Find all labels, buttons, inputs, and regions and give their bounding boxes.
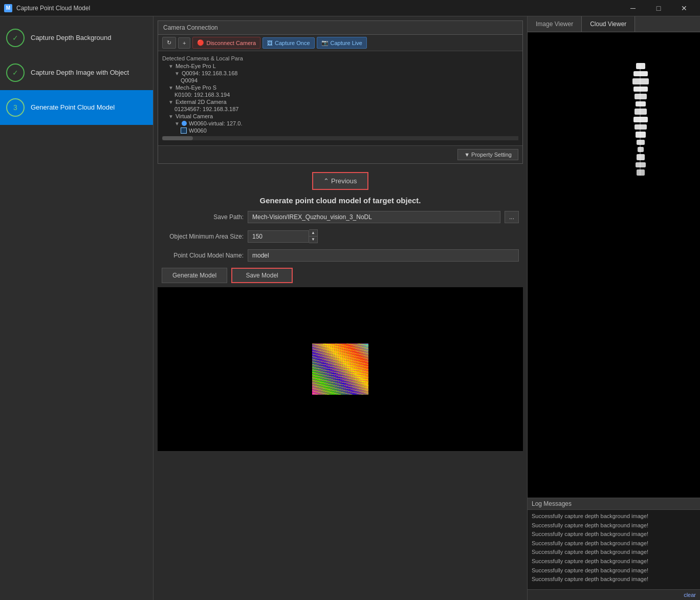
tree-item-q0094-ip[interactable]: ▼ Q0094: 192.168.3.168 — [162, 70, 518, 77]
viewer-panel: Image Viewer Cloud Viewer — [527, 16, 700, 600]
sidebar-icon-1: ✓ — [6, 29, 25, 47]
log-footer: clear — [528, 589, 700, 600]
action-buttons: Generate Model Save Model — [162, 268, 519, 283]
tree-item-external-2d-camera[interactable]: ▼ External 2D Camera — [162, 98, 518, 105]
clear-log-button[interactable]: clear — [684, 592, 696, 598]
log-message: Successfully capture depth background im… — [532, 557, 696, 566]
viewer-content — [528, 32, 700, 498]
camera-connection-panel: Camera Connection ↻ + 🔴 Disconnect Camer… — [158, 20, 523, 164]
minimize-button[interactable]: ─ — [621, 0, 645, 16]
save-path-input[interactable] — [248, 211, 500, 223]
close-button[interactable]: ✕ — [672, 0, 696, 16]
capture-once-label: Capture Once — [275, 40, 310, 46]
capture-once-button[interactable]: 🖼 Capture Once — [262, 37, 314, 49]
capture-live-icon: 📷 — [321, 39, 329, 46]
tree-item-mech-eye-pro-s[interactable]: ▼ Mech-Eye Pro S — [162, 84, 518, 91]
titlebar: M Capture Point Cloud Model ─ □ ✕ — [0, 0, 700, 16]
tree-item-w0060[interactable]: W0060 — [162, 127, 518, 134]
spinbox-arrows: ▲ ▼ — [309, 229, 318, 243]
tree-item-label: Mech-Eye Pro S — [176, 84, 216, 91]
camera-toolbar: ↻ + 🔴 Disconnect Camera 🖼 Capture Once — [158, 35, 522, 51]
tree-item-label: W0060 — [189, 127, 207, 134]
capture-once-icon: 🖼 — [267, 40, 273, 46]
sidebar-item-generate-point-cloud[interactable]: 3 Generate Point Cloud Model — [0, 90, 153, 125]
log-message: Successfully capture depth background im… — [532, 512, 696, 521]
tree-arrow: ▼ — [174, 121, 180, 126]
previous-button[interactable]: ⌃ Previous — [312, 172, 368, 190]
browse-button[interactable]: ... — [505, 211, 519, 223]
window-controls: ─ □ ✕ — [621, 0, 696, 16]
log-section: Log Messages Successfully capture depth … — [528, 498, 700, 600]
window-title: Capture Point Cloud Model — [16, 5, 90, 12]
capture-live-label: Capture Live — [331, 40, 362, 46]
tree-arrow: ▼ — [168, 99, 173, 105]
log-message: Successfully capture depth background im… — [532, 548, 696, 557]
log-header: Log Messages — [528, 498, 700, 510]
connection-dot — [182, 121, 187, 126]
sidebar: ✓ Capture Depth Background ✓ Capture Dep… — [0, 16, 154, 600]
tree-item-label: Q0094: 192.168.3.168 — [182, 70, 237, 76]
tree-item-k0100-ip[interactable]: K0100: 192.168.3.194 — [162, 91, 518, 98]
tree-scrollbar-area — [162, 136, 518, 140]
tree-scrollbar[interactable] — [162, 136, 193, 140]
tree-item-label: External 2D Camera — [176, 99, 227, 105]
disconnect-camera-button[interactable]: 🔴 Disconnect Camera — [192, 37, 260, 49]
tree-item-mech-eye-pro-l[interactable]: ▼ Mech-Eye Pro L — [162, 62, 518, 70]
point-cloud-name-label: Point Cloud Model Name: — [162, 252, 244, 259]
log-message: Successfully capture depth background im… — [532, 539, 696, 548]
tree-header: Detected Cameras & Local Para — [162, 54, 518, 62]
add-button[interactable]: + — [178, 37, 190, 49]
tree-item-label: W0060-virtual: 127.0. — [189, 120, 243, 126]
spinbox-down-button[interactable]: ▼ — [309, 237, 317, 243]
tree-item-label: K0100: 192.168.3.194 — [174, 92, 230, 98]
generate-title: Generate point cloud model of target obj… — [162, 196, 519, 205]
log-content[interactable]: Successfully capture depth background im… — [528, 510, 700, 589]
point-cloud-name-input[interactable] — [248, 249, 519, 262]
sidebar-item-capture-depth-image[interactable]: ✓ Capture Depth Image with Object — [0, 55, 153, 90]
content-area: ⌃ Previous Generate point cloud model of… — [154, 168, 527, 287]
object-min-area-input[interactable] — [248, 230, 309, 243]
disconnect-icon: 🔴 — [197, 39, 204, 46]
spine-visualization — [623, 63, 659, 217]
object-min-area-spinbox: ▲ ▼ — [248, 229, 318, 243]
refresh-button[interactable]: ↻ — [162, 37, 176, 49]
spinbox-up-button[interactable]: ▲ — [309, 230, 317, 237]
tree-item-label: Mech-Eye Pro L — [176, 63, 216, 69]
log-message: Successfully capture depth background im… — [532, 521, 696, 530]
sidebar-icon-3: 3 — [6, 98, 25, 117]
object-min-area-label: Object Minimum Area Size: — [162, 233, 244, 240]
capture-live-button[interactable]: 📷 Capture Live — [317, 37, 367, 49]
camera-tree: Detected Cameras & Local Para ▼ Mech-Eye… — [158, 51, 522, 145]
app-icon: M — [4, 4, 12, 12]
add-icon: + — [183, 40, 186, 46]
tree-item-w0060-virtual[interactable]: ▼ W0060-virtual: 127.0. — [162, 120, 518, 127]
property-setting-button[interactable]: ▼ Property Setting — [457, 149, 518, 160]
generate-model-button[interactable]: Generate Model — [162, 268, 227, 283]
object-min-area-row: Object Minimum Area Size: ▲ ▼ — [162, 229, 519, 243]
preview-area — [158, 287, 523, 451]
tree-item-q0094[interactable]: Q0094 — [162, 77, 518, 84]
log-message: Successfully capture depth background im… — [532, 566, 696, 575]
tree-arrow: ▼ — [168, 63, 173, 69]
refresh-icon: ↻ — [167, 39, 171, 46]
maximize-button[interactable]: □ — [647, 0, 670, 16]
tree-item-label: Virtual Camera — [176, 113, 213, 119]
camera-connection-title: Camera Connection — [158, 21, 522, 35]
tree-checkbox[interactable] — [181, 127, 187, 134]
tree-item-virtual-camera[interactable]: ▼ Virtual Camera — [162, 113, 518, 120]
viewer-tabs: Image Viewer Cloud Viewer — [528, 16, 700, 32]
tree-arrow: ▼ — [168, 114, 173, 119]
tree-item-01234567-ip[interactable]: 01234567: 192.168.3.187 — [162, 105, 518, 113]
tab-image-viewer[interactable]: Image Viewer — [528, 16, 582, 32]
tree-item-label: Q0094 — [181, 77, 198, 83]
property-setting-row: ▼ Property Setting — [158, 145, 522, 163]
sidebar-item-label-2: Capture Depth Image with Object — [31, 68, 129, 77]
main-container: ✓ Capture Depth Background ✓ Capture Dep… — [0, 16, 700, 600]
sidebar-item-label-1: Capture Depth Background — [31, 33, 112, 42]
tree-item-label: 01234567: 192.168.3.187 — [174, 106, 238, 112]
tree-arrow: ▼ — [168, 85, 173, 91]
sidebar-item-capture-depth-background[interactable]: ✓ Capture Depth Background — [0, 20, 153, 55]
tree-arrow: ▼ — [174, 71, 180, 76]
tab-cloud-viewer[interactable]: Cloud Viewer — [582, 16, 635, 32]
save-model-button[interactable]: Save Model — [231, 268, 293, 283]
